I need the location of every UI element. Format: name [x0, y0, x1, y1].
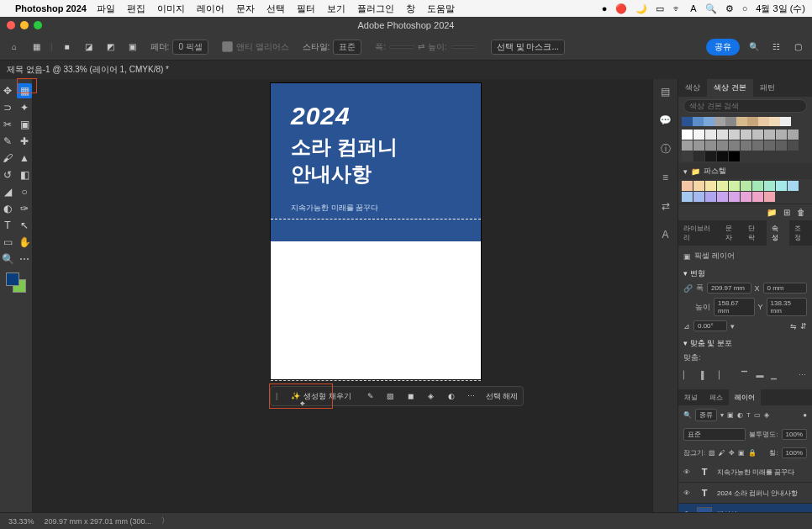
fill-icon[interactable]: ▧: [385, 390, 397, 402]
align-left-icon[interactable]: ▏: [683, 371, 692, 381]
tab-channels[interactable]: 채널: [678, 389, 704, 405]
angle-field[interactable]: 0.00°: [693, 320, 727, 331]
swatch[interactable]: [704, 117, 714, 126]
tab-swatches[interactable]: 색상 견본: [707, 79, 753, 97]
opacity-field[interactable]: 100%: [782, 429, 807, 440]
history-panel-icon[interactable]: ≡: [658, 170, 673, 185]
layer-name[interactable]: 지속가능한 미래를 꿈꾸다: [717, 468, 794, 477]
swatch[interactable]: [780, 117, 791, 126]
search-icon[interactable]: 🔍: [705, 3, 717, 14]
heal-tool[interactable]: ✚: [17, 134, 32, 149]
menu-filter[interactable]: 필터: [297, 3, 315, 15]
align-center-h-icon[interactable]: ▐: [699, 371, 707, 381]
swatch[interactable]: [788, 181, 799, 191]
brush-tool[interactable]: 🖌: [0, 151, 15, 166]
move-tool[interactable]: ✥: [0, 83, 15, 98]
crop-tool[interactable]: ✂: [0, 117, 15, 132]
swatch[interactable]: [682, 151, 693, 161]
menu-file[interactable]: 파일: [97, 3, 115, 15]
minimize-window[interactable]: [20, 21, 29, 29]
document-canvas[interactable]: 2024 소라 컴퍼니 안내사항 지속가능한 미래를 꿈꾸다: [271, 83, 481, 379]
frame-tool[interactable]: ▣: [17, 117, 32, 132]
transform-icon[interactable]: ◈: [425, 390, 437, 402]
transform-section[interactable]: ▾ 변형: [683, 268, 807, 279]
document-tab[interactable]: 제목 없음-1 @ 33.3% (레이어 1, CMYK/8) *: [0, 61, 812, 79]
swatch[interactable]: [682, 192, 693, 202]
swatch[interactable]: [717, 181, 728, 191]
swatch[interactable]: [693, 140, 704, 151]
menu-type[interactable]: 문자: [236, 3, 255, 15]
hand-tool[interactable]: ✋: [17, 235, 32, 250]
more-icon[interactable]: ⋯: [466, 390, 477, 402]
swatch[interactable]: [752, 130, 763, 140]
select-and-mask-button[interactable]: 선택 및 마스크...: [491, 40, 565, 55]
swatch[interactable]: [693, 151, 704, 161]
swatch[interactable]: [764, 140, 775, 151]
tab-character[interactable]: 문자: [720, 220, 743, 246]
feather-value[interactable]: 0 픽셀: [172, 40, 208, 55]
filter-shape-icon[interactable]: ▭: [754, 411, 761, 419]
stamp-tool[interactable]: ▲: [17, 151, 32, 166]
date[interactable]: 4월 3일 (수): [756, 3, 805, 15]
swatch[interactable]: [725, 117, 736, 126]
align-right-icon[interactable]: ▕: [714, 371, 722, 381]
more-tools[interactable]: ⋯: [17, 251, 32, 267]
menu-window[interactable]: 창: [406, 3, 415, 15]
brushes-panel-icon[interactable]: ▤: [658, 84, 673, 99]
swatch[interactable]: [682, 140, 693, 151]
swatch[interactable]: [705, 151, 716, 161]
comments-panel-icon[interactable]: 💬: [658, 113, 673, 128]
swatch[interactable]: [788, 140, 799, 151]
blur-tool[interactable]: ○: [17, 184, 32, 199]
menu-plugins[interactable]: 플러그인: [357, 3, 394, 15]
home-icon[interactable]: ⌂: [7, 40, 22, 55]
swatch[interactable]: [776, 140, 787, 151]
swatch[interactable]: [682, 181, 693, 191]
swatch[interactable]: [729, 181, 740, 191]
align-top-icon[interactable]: ▔: [741, 371, 750, 381]
swatch-folder[interactable]: ▾ 📁 파스텔: [678, 163, 812, 179]
distribute-icon[interactable]: ⋯: [799, 371, 807, 381]
selection-intersect-icon[interactable]: ▣: [125, 40, 140, 55]
swatch[interactable]: [714, 117, 725, 126]
menu-image[interactable]: 이미지: [157, 3, 185, 15]
deselect-button[interactable]: 선택 해제: [486, 391, 519, 402]
swatch[interactable]: [729, 130, 740, 140]
filter-kind[interactable]: 종류: [695, 409, 717, 421]
marquee-tool[interactable]: ▦: [17, 83, 32, 98]
info-panel-icon[interactable]: ⓘ: [658, 141, 673, 156]
menu-layer[interactable]: 레이어: [197, 3, 224, 15]
swatch[interactable]: [693, 130, 704, 140]
swatch[interactable]: [769, 117, 780, 126]
swatch[interactable]: [717, 140, 728, 151]
dodge-tool[interactable]: ◐: [0, 201, 15, 216]
type-tool[interactable]: T: [0, 218, 15, 233]
lang-icon[interactable]: A: [690, 3, 696, 13]
visibility-icon[interactable]: 👁: [683, 510, 692, 513]
lock-transparent-icon[interactable]: ▧: [709, 449, 715, 457]
maximize-window[interactable]: [34, 21, 42, 29]
visibility-icon[interactable]: 👁: [683, 468, 692, 476]
lock-artboard-icon[interactable]: ▣: [738, 449, 745, 457]
filter-type-icon[interactable]: T: [746, 411, 751, 419]
swatch[interactable]: [747, 117, 758, 126]
tab-adjustments[interactable]: 조정: [789, 220, 812, 246]
swatch-delete-icon[interactable]: 🗑: [797, 208, 805, 217]
chevron-down-icon[interactable]: ▾: [720, 411, 724, 419]
modify-selection-icon[interactable]: ✎: [365, 390, 377, 402]
search-icon[interactable]: 🔍: [683, 411, 692, 419]
swatch-search-input[interactable]: [683, 99, 807, 113]
swatch[interactable]: [764, 181, 775, 191]
fill-field[interactable]: 100%: [782, 447, 807, 458]
history-brush-tool[interactable]: ↺: [0, 167, 15, 183]
swatch[interactable]: [788, 130, 799, 140]
flip-v-icon[interactable]: ⇵: [800, 322, 807, 331]
char-panel-icon[interactable]: A: [658, 227, 673, 242]
swatch[interactable]: [741, 192, 751, 202]
swatch[interactable]: [729, 140, 740, 151]
blend-mode[interactable]: 표준: [683, 428, 746, 441]
tab-color[interactable]: 색상: [678, 79, 707, 97]
control-center-icon[interactable]: ⚙: [725, 3, 734, 14]
filter-toggle-icon[interactable]: ●: [803, 411, 807, 419]
adjust-panel-icon[interactable]: ⇄: [658, 198, 673, 214]
